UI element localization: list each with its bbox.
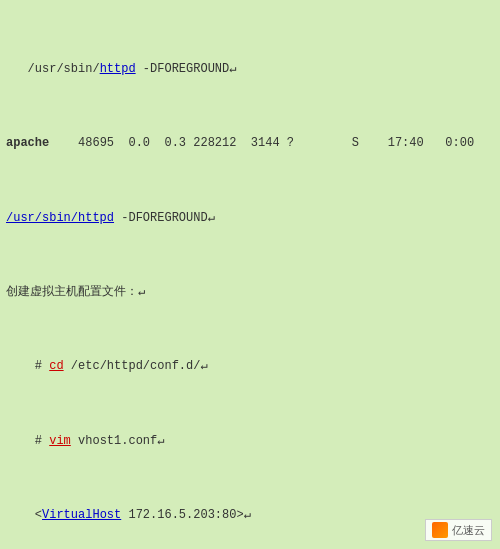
watermark-text: 亿速云 — [452, 523, 485, 538]
terminal-content: /usr/sbin/httpd -DFOREGROUND↵ apache 486… — [0, 0, 500, 549]
watermark-logo-icon — [432, 522, 448, 538]
virtualhost-open-1: VirtualHost — [42, 508, 121, 522]
terminal-line: /usr/sbin/httpd -DFOREGROUND↵ — [6, 209, 494, 228]
apache-text: apache — [6, 136, 49, 150]
terminal-line: # cd /etc/httpd/conf.d/↵ — [6, 357, 494, 376]
terminal-line: /usr/sbin/httpd -DFOREGROUND↵ — [6, 60, 494, 79]
httpd-link: httpd — [100, 62, 136, 76]
httpd-path-link: /usr/sbin/httpd — [6, 211, 114, 225]
terminal-line: apache 48695 0.0 0.3 228212 3144 ? S 17:… — [6, 134, 494, 153]
terminal-line: <VirtualHost 172.16.5.203:80>↵ — [6, 506, 494, 525]
terminal-line: 创建虚拟主机配置文件：↵ — [6, 283, 494, 302]
cd-cmd: cd — [49, 359, 63, 373]
vim-cmd-1: vim — [49, 434, 71, 448]
terminal-line: # vim vhost1.conf↵ — [6, 432, 494, 451]
watermark-badge: 亿速云 — [425, 519, 492, 541]
